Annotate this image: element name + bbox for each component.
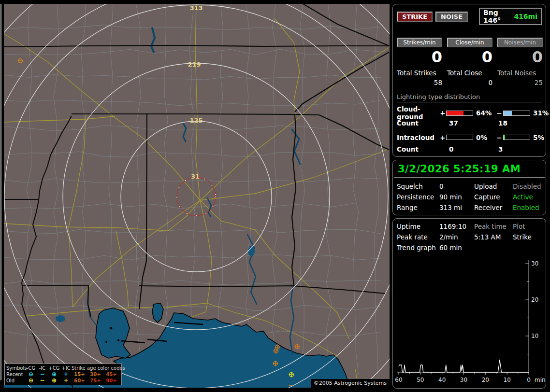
bearing-label: Bng 146° <box>483 9 508 24</box>
window-edge-line <box>0 4 1 380</box>
cloud-ground-row: Cloud-ground + 64% − 31% <box>397 105 542 117</box>
trend-chart-canvas: 1020306050403020100min <box>393 246 546 388</box>
app-window: 31321912531 Symbols -CG -IC +CG +IC Stri… <box>0 0 550 392</box>
uptime-panel: Uptime 1169:10 Peak time Plot Peak rate … <box>392 218 546 389</box>
noises-rate: 0 <box>497 49 543 65</box>
age-75: 75+ <box>87 378 103 384</box>
noises-column: Noises/min 0 Total Noises 25 <box>497 38 543 86</box>
range-label: Range <box>397 204 439 211</box>
ic-negative-count: 3 <box>498 145 542 153</box>
persistence-label: Persistence <box>397 193 439 201</box>
total-strikes-label: Total Strikes <box>397 69 442 77</box>
ic-negative-pct: 5% <box>531 134 544 141</box>
legend-age-header: Strike age color codes <box>72 365 119 371</box>
plus-sign: + <box>439 109 446 117</box>
ic-negative-bar <box>503 135 530 140</box>
age-30: 30+ <box>87 371 103 378</box>
noise-toggle-button[interactable]: NOISE <box>435 12 468 22</box>
minus-sign: − <box>495 109 503 117</box>
neg-cg-old-icon: ⊖ <box>25 378 37 384</box>
strike-map[interactable]: 31321912531 Symbols -CG -IC +CG +IC Stri… <box>4 4 390 388</box>
uptime-value: 1169:10 <box>439 223 474 230</box>
svg-text:30: 30 <box>460 377 467 383</box>
pos-ic-old-icon: + <box>60 378 72 384</box>
bearing-display: Bng 146° 416mi <box>479 8 542 25</box>
ic-positive-count: 0 <box>449 145 498 153</box>
svg-text:min: min <box>535 377 546 383</box>
ring-label-313: 313 <box>189 4 203 12</box>
upload-label: Upload <box>474 182 513 190</box>
svg-text:10: 10 <box>504 377 511 383</box>
capture-status: Active <box>513 193 542 201</box>
svg-text:20: 20 <box>482 377 489 383</box>
count-label: Count <box>397 119 449 127</box>
strikes-rate: 0 <box>397 49 442 65</box>
total-close-label: Total Close <box>447 69 492 77</box>
peak-time-value: 5:13 AM <box>474 233 513 241</box>
cg-positive-count: 37 <box>449 119 498 127</box>
strike-toggle-button[interactable]: STRIKE <box>397 12 433 22</box>
bearing-distance: 416mi <box>514 13 537 20</box>
total-strikes-value: 58 <box>397 79 442 86</box>
counters-panel: STRIKE NOISE Bng 146° 416mi Strikes/min … <box>392 4 546 157</box>
strikes-column: Strikes/min 0 Total Strikes 58 <box>397 38 442 86</box>
noises-per-min-button[interactable]: Noises/min <box>497 38 543 47</box>
range-value: 313 mi <box>439 204 474 211</box>
intracloud-label: Intracloud <box>397 134 439 141</box>
legend-old-row: Old ⊖ − ⊕ + 60+ 75+ 90+ <box>6 378 120 384</box>
ring-label-125: 125 <box>189 117 203 124</box>
ring-label-31: 31 <box>191 173 200 180</box>
copyright-notice: ©2005 Astrogenic Systems <box>311 379 390 388</box>
plot-header: Plot <box>513 223 542 230</box>
svg-text:40: 40 <box>438 377 446 383</box>
svg-text:10: 10 <box>531 333 538 339</box>
ring-label-219: 219 <box>188 61 201 68</box>
close-column: Close/min 0 Total Close 0 <box>447 38 492 86</box>
map-canvas[interactable]: 31321912531 <box>4 4 390 388</box>
ic-positive-bar <box>446 135 473 140</box>
svg-text:50: 50 <box>417 377 424 383</box>
age-15: 15+ <box>72 371 87 378</box>
neg-ic-old-icon: − <box>37 378 48 384</box>
map-legend: Symbols -CG -IC +CG +IC Strike age color… <box>4 364 122 385</box>
strikes-per-min-button[interactable]: Strikes/min <box>397 38 442 47</box>
intracloud-count-row: Count 0 3 <box>397 143 542 154</box>
cloud-ground-count-row: Count 37 18 <box>397 117 542 128</box>
legend-recent-label: Recent <box>6 371 25 378</box>
receiver-label: Receiver <box>474 204 513 211</box>
status-panel: 3/2/2026 5:25:19 AM Squelch 0 Upload Dis… <box>392 160 546 215</box>
squelch-value: 0 <box>439 182 474 190</box>
total-noises-value: 25 <box>497 79 543 86</box>
cg-positive-bar <box>446 111 473 116</box>
total-noises-label: Total Noises <box>497 69 543 77</box>
age-45: 45+ <box>103 371 119 378</box>
cg-negative-count: 18 <box>498 119 542 127</box>
peak-rate-label: Peak rate <box>397 233 439 241</box>
trend-graph: 1020306050403020100min <box>393 246 546 388</box>
legend-symbols-header: Symbols <box>6 365 25 371</box>
svg-text:0: 0 <box>527 377 531 383</box>
svg-text:60: 60 <box>395 377 402 383</box>
age-60: 60+ <box>72 378 87 384</box>
svg-text:30: 30 <box>531 260 538 267</box>
total-close-value: 0 <box>447 79 492 86</box>
lightning-distribution: Lightning type distribution Cloud-ground… <box>393 86 546 154</box>
peak-rate-value: 2/min <box>439 233 474 241</box>
ic-positive-pct: 0% <box>474 134 495 141</box>
plot-mode-value: Strike <box>513 233 542 241</box>
upload-status: Disabled <box>513 182 542 190</box>
close-per-min-button[interactable]: Close/min <box>447 38 492 47</box>
close-rate: 0 <box>447 49 492 65</box>
cloud-ground-label: Cloud-ground <box>397 105 439 121</box>
count-label: Count <box>397 145 449 153</box>
datetime-display: 3/2/2026 5:25:19 AM <box>394 160 545 178</box>
peak-time-header: Peak time <box>474 223 513 230</box>
plus-sign: + <box>439 134 446 141</box>
minus-sign: − <box>495 134 503 141</box>
legend-old-label: Old <box>6 378 25 384</box>
svg-text:20: 20 <box>531 296 538 303</box>
distribution-title: Lightning type distribution <box>397 93 542 102</box>
persistence-value: 90 min <box>439 193 474 201</box>
pos-cg-old-icon: ⊕ <box>48 378 60 384</box>
uptime-label: Uptime <box>397 223 439 230</box>
